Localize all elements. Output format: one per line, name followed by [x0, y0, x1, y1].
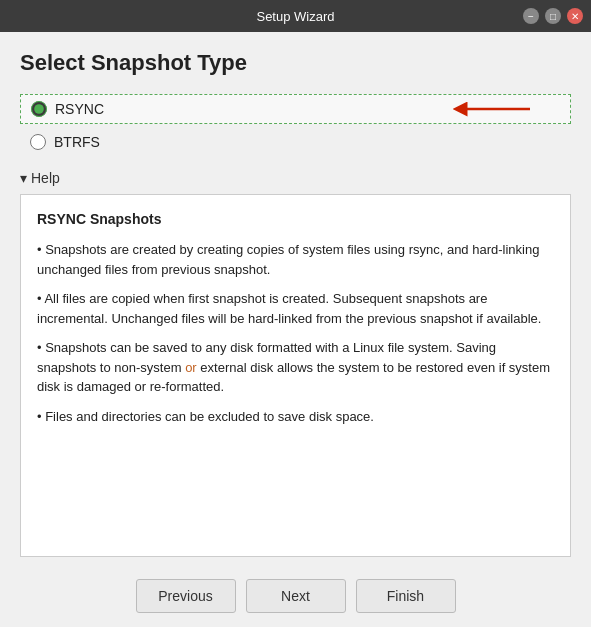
help-paragraph-1: • All files are copied when first snapsh… [37, 289, 554, 328]
rsync-option-row[interactable]: RSYNC [20, 94, 571, 124]
titlebar: Setup Wizard − □ ✕ [0, 0, 591, 32]
maximize-button[interactable]: □ [545, 8, 561, 24]
content-area: Select Snapshot Type RSYNC BTRFS [0, 32, 591, 567]
help-box: RSYNC Snapshots • Snapshots are created … [20, 194, 571, 557]
rsync-label: RSYNC [55, 101, 104, 117]
help-paragraph-0: • Snapshots are created by creating copi… [37, 240, 554, 279]
next-button[interactable]: Next [246, 579, 346, 613]
help-paragraph-2: • Snapshots can be saved to any disk for… [37, 338, 554, 397]
help-paragraph-3: • Files and directories can be excluded … [37, 407, 554, 427]
or-link[interactable]: or [185, 360, 197, 375]
footer: Previous Next Finish [0, 567, 591, 627]
window: Setup Wizard − □ ✕ Select Snapshot Type … [0, 0, 591, 627]
help-section-title: RSYNC Snapshots [37, 209, 554, 230]
btrfs-radio[interactable] [30, 134, 46, 150]
selection-arrow-icon [450, 100, 540, 118]
help-toggle-label: Help [31, 170, 60, 186]
page-title: Select Snapshot Type [20, 50, 571, 76]
btrfs-label: BTRFS [54, 134, 100, 150]
finish-button[interactable]: Finish [356, 579, 456, 613]
previous-button[interactable]: Previous [136, 579, 236, 613]
window-title: Setup Wizard [68, 9, 523, 24]
titlebar-controls: − □ ✕ [523, 8, 583, 24]
close-button[interactable]: ✕ [567, 8, 583, 24]
minimize-button[interactable]: − [523, 8, 539, 24]
help-toggle[interactable]: ▾ Help [20, 170, 571, 186]
btrfs-option-row[interactable]: BTRFS [20, 128, 571, 156]
chevron-down-icon: ▾ [20, 170, 27, 186]
rsync-radio[interactable] [31, 101, 47, 117]
arrow-indicator [450, 100, 540, 118]
